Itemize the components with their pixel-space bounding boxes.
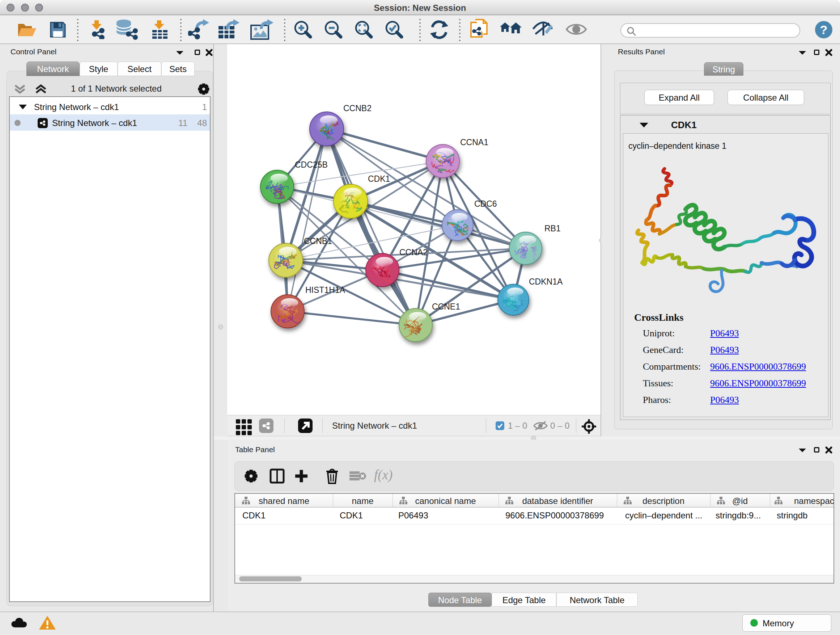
svg-text:CCNB1: CCNB1 [304,236,332,246]
svg-text:CCNB2: CCNB2 [343,103,371,113]
svg-text:CDKN1A: CDKN1A [529,277,563,287]
svg-text:CCNA2: CCNA2 [399,248,428,257]
svg-text:RB1: RB1 [545,224,561,233]
svg-text:CDC25B: CDC25B [295,160,328,169]
svg-text:CDC6: CDC6 [474,199,497,209]
svg-text:CCNE1: CCNE1 [432,302,460,311]
svg-text:CCNA1: CCNA1 [460,138,488,147]
svg-text:HIST1H1A: HIST1H1A [305,285,346,295]
svg-text:CDK1: CDK1 [368,174,390,184]
